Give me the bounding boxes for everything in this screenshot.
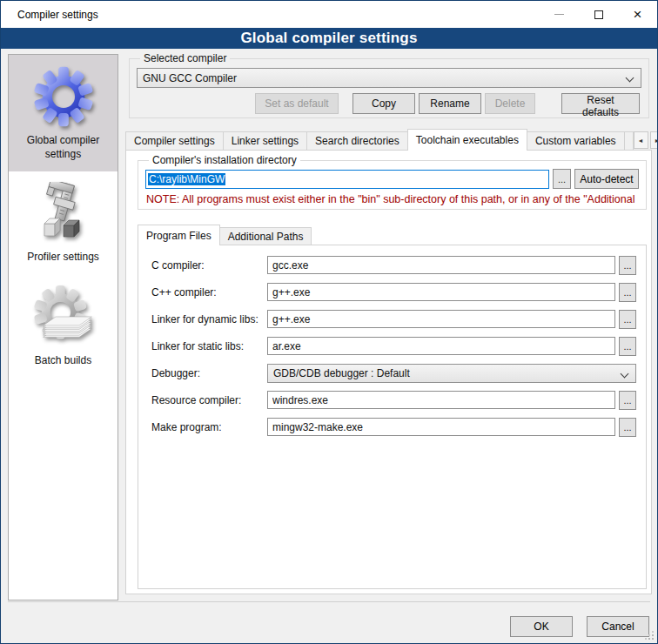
tab-compiler-settings[interactable]: Compiler settings [125,131,224,151]
cpp-compiler-label: C++ compiler: [151,286,264,299]
tab-custom-variables[interactable]: Custom variables [527,131,625,151]
main-panel: Selected compiler GNU GCC Compiler Set a… [125,49,652,643]
make-program-label: Make program: [151,421,264,433]
tab-linker-settings[interactable]: Linker settings [224,131,307,151]
dynamic-linker-label: Linker for dynamic libs: [151,313,264,325]
c-compiler-label: C compiler: [151,259,264,272]
installation-directory-group: Compiler's installation directory C:\ray… [138,154,647,210]
debugger-select-value: GDB/CDB debugger : Default [273,367,410,379]
compiler-select-value: GNU GCC Compiler [143,72,237,84]
chevron-down-icon [626,74,634,83]
table-row: Linker for dynamic libs: ... [138,305,646,332]
resource-compiler-label: Resource compiler: [151,394,264,406]
gray-gear-papers-icon [32,285,95,348]
delete-button[interactable]: Delete [485,93,535,114]
table-row: C++ compiler: ... [138,278,646,305]
footer-divider [8,601,650,602]
table-row: Resource compiler: ... [138,386,646,413]
sidebar-item-label: Batch builds [35,354,91,368]
dynamic-linker-input[interactable] [267,310,615,328]
static-linker-input[interactable] [267,337,615,355]
dialog-body: Global compiler settings [1,49,657,643]
static-linker-label: Linker for static libs: [151,340,264,352]
cancel-button[interactable]: Cancel [587,616,649,637]
settings-tabstrip: Compiler settings Linker settings Search… [125,129,652,151]
set-as-default-button[interactable]: Set as default [255,93,339,114]
table-row: C compiler: ... [138,252,646,278]
browse-button[interactable]: ... [619,283,636,302]
settings-sidebar: Global compiler settings [8,54,118,600]
bin-subdirectory-note: NOTE: All programs must exist either in … [146,193,639,205]
table-row: Make program: ... [138,413,646,440]
arrow-left-icon[interactable]: ◄ [634,131,648,149]
cpp-compiler-input[interactable] [267,283,615,301]
subtab-program-files[interactable]: Program Files [138,225,220,245]
selected-compiler-group: Selected compiler GNU GCC Compiler Set a… [129,52,649,118]
c-compiler-input[interactable] [267,256,615,274]
auto-detect-button[interactable]: Auto-detect [574,169,639,189]
install-dir-input[interactable]: C:\raylib\MinGW [145,170,549,189]
page-title: Global compiler settings [1,28,657,49]
close-button[interactable]: × [618,1,657,28]
minimize-icon [554,14,564,15]
install-dir-browse-button[interactable]: ... [553,169,571,189]
browse-button[interactable]: ... [619,256,636,275]
browse-button[interactable]: ... [619,391,636,410]
browse-button[interactable]: ... [619,310,636,329]
subtab-additional-paths[interactable]: Additional Paths [220,227,312,245]
installation-directory-row: C:\raylib\MinGW ... Auto-detect [145,169,639,189]
ok-button[interactable]: OK [510,616,573,637]
table-row: Linker for static libs: ... [138,332,646,359]
sidebar-item-batch-builds[interactable]: Batch builds [9,275,118,379]
tab-build-options[interactable]: Build options [625,131,634,151]
sidebar-item-label: Profiler settings [27,251,99,265]
selected-compiler-label: Selected compiler [140,52,230,64]
resize-grip[interactable] [652,638,654,640]
installation-directory-label: Compiler's installation directory [149,154,300,166]
program-files-page: C compiler: ... C++ compiler: ... Linker… [138,245,647,589]
maximize-icon [594,10,603,19]
install-dir-selected-text: C:\raylib\MinGW [148,173,225,185]
window-controls: × [540,1,657,28]
tab-scroll-buttons: ◄ ► [634,131,658,151]
sidebar-item-label: Global compiler settings [11,134,115,161]
browse-button[interactable]: ... [619,337,636,356]
compiler-buttons-row: Set as default Copy Rename Delete Reset … [137,93,641,114]
compiler-settings-dialog: Compiler settings × Global compiler sett… [0,0,658,644]
compiler-select[interactable]: GNU GCC Compiler [137,68,641,88]
close-icon: × [634,7,642,22]
program-files-tabstrip: Program Files Additional Paths [138,225,312,245]
make-program-input[interactable] [267,418,615,436]
tab-toolchain-executables[interactable]: Toolchain executables [407,129,527,151]
sidebar-item-profiler-settings[interactable]: Profiler settings [9,171,118,275]
resource-compiler-input[interactable] [267,391,615,409]
titlebar: Compiler settings × [1,1,657,28]
window-title: Compiler settings [17,9,98,21]
minimize-button[interactable] [540,1,579,28]
tab-search-directories[interactable]: Search directories [307,131,408,151]
maximize-button[interactable] [579,1,618,28]
blue-gear-icon [32,65,95,128]
rename-button[interactable]: Rename [419,93,481,114]
copy-button[interactable]: Copy [352,93,415,114]
caliper-icon [32,182,95,245]
toolchain-executables-page: Compiler's installation directory C:\ray… [125,150,652,594]
debugger-select[interactable]: GDB/CDB debugger : Default [267,364,636,383]
sidebar-item-global-compiler-settings[interactable]: Global compiler settings [9,55,118,171]
browse-button[interactable]: ... [619,418,636,437]
chevron-down-icon [621,369,629,378]
table-row: Debugger: GDB/CDB debugger : Default [138,359,646,386]
arrow-right-icon[interactable]: ► [650,131,658,149]
debugger-label: Debugger: [151,367,264,379]
reset-defaults-button[interactable]: Reset defaults [561,93,640,114]
